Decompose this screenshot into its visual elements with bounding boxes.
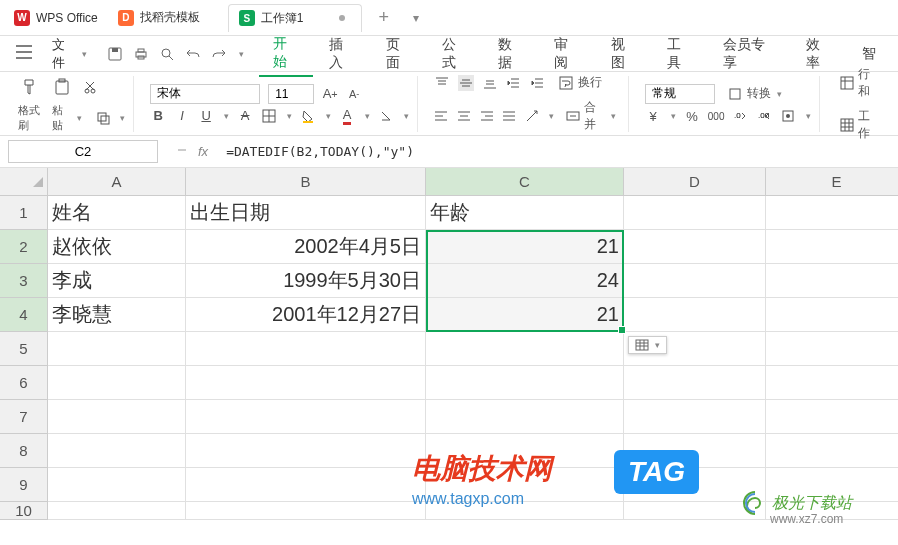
cancel-formula-icon[interactable] — [176, 144, 188, 159]
tab-formula[interactable]: 公式 — [428, 32, 482, 76]
font-size-select[interactable] — [268, 84, 314, 104]
tab-start[interactable]: 开始 — [259, 31, 313, 77]
cut-icon[interactable] — [82, 79, 98, 95]
copy-icon[interactable] — [96, 110, 110, 126]
cell-D2[interactable] — [624, 230, 766, 264]
cell-C7[interactable] — [426, 400, 624, 434]
bold-icon[interactable]: B — [150, 108, 166, 124]
border-icon[interactable] — [261, 108, 277, 124]
quick-access-dropdown[interactable]: ▾ — [239, 49, 244, 59]
col-header-D[interactable]: D — [624, 168, 766, 196]
cell-A1[interactable]: 姓名 — [48, 196, 186, 230]
cell-E1[interactable] — [766, 196, 898, 230]
cell-A3[interactable]: 李成 — [48, 264, 186, 298]
cell-E6[interactable] — [766, 366, 898, 400]
workbook-tab[interactable]: S 工作簿1 — [228, 4, 363, 32]
worksheet-button[interactable]: 工作 — [836, 106, 880, 144]
paste-button[interactable] — [50, 75, 74, 99]
col-header-A[interactable]: A — [48, 168, 186, 196]
tab-list-dropdown[interactable]: ▾ — [405, 11, 427, 25]
underline-icon[interactable]: U — [198, 108, 214, 124]
cell-A4[interactable]: 李晓慧 — [48, 298, 186, 332]
tab-review[interactable]: 审阅 — [540, 32, 594, 76]
print-icon[interactable] — [133, 46, 149, 62]
row-header-9[interactable]: 9 — [0, 468, 48, 502]
cell-B2[interactable]: 2002年4月5日 — [186, 230, 426, 264]
new-tab-button[interactable]: + — [370, 7, 397, 28]
cell-A10[interactable] — [48, 502, 186, 520]
align-bottom-icon[interactable] — [482, 75, 498, 91]
cell-B6[interactable] — [186, 366, 426, 400]
orientation-icon[interactable] — [524, 108, 539, 124]
cell-E3[interactable] — [766, 264, 898, 298]
align-middle-icon[interactable] — [458, 75, 474, 91]
currency-icon[interactable]: ¥ — [645, 108, 661, 124]
template-tab[interactable]: D 找稻壳模板 — [108, 4, 210, 32]
preview-icon[interactable] — [159, 46, 175, 62]
align-right-icon[interactable] — [479, 108, 494, 124]
cell-A2[interactable]: 赵依依 — [48, 230, 186, 264]
cell-E7[interactable] — [766, 400, 898, 434]
justify-icon[interactable] — [502, 108, 517, 124]
align-center-icon[interactable] — [457, 108, 472, 124]
cell-B8[interactable] — [186, 434, 426, 468]
tab-page[interactable]: 页面 — [372, 32, 426, 76]
tab-tools[interactable]: 工具 — [653, 32, 707, 76]
cell-D6[interactable] — [624, 366, 766, 400]
cell-C5[interactable] — [426, 332, 624, 366]
number-format-select[interactable] — [645, 84, 715, 104]
row-header-1[interactable]: 1 — [0, 196, 48, 230]
rows-cols-button[interactable]: 行和 — [836, 64, 880, 102]
increase-font-icon[interactable]: A+ — [322, 86, 338, 102]
row-header-2[interactable]: 2 — [0, 230, 48, 264]
row-header-5[interactable]: 5 — [0, 332, 48, 366]
cell-C4[interactable]: 21 — [426, 298, 624, 332]
cell-D4[interactable] — [624, 298, 766, 332]
strikethrough-icon[interactable]: A — [237, 108, 253, 124]
font-name-select[interactable] — [150, 84, 260, 104]
hamburger-menu-button[interactable] — [8, 41, 40, 66]
cell-C6[interactable] — [426, 366, 624, 400]
col-header-E[interactable]: E — [766, 168, 898, 196]
convert-button[interactable]: 转换▾ — [723, 83, 786, 104]
cell-B5[interactable] — [186, 332, 426, 366]
row-header-8[interactable]: 8 — [0, 434, 48, 468]
paste-label[interactable]: 粘贴 — [52, 103, 67, 133]
cell-B1[interactable]: 出生日期 — [186, 196, 426, 230]
cell-E5[interactable] — [766, 332, 898, 366]
app-brand-tab[interactable]: W WPS Office — [4, 4, 108, 32]
name-box[interactable] — [8, 140, 158, 163]
increase-decimal-icon[interactable]: .0 — [732, 108, 748, 124]
col-header-B[interactable]: B — [186, 168, 426, 196]
format-icon[interactable] — [780, 108, 796, 124]
cell-A5[interactable] — [48, 332, 186, 366]
autofill-options-button[interactable]: ▾ — [628, 336, 667, 354]
redo-icon[interactable] — [211, 46, 227, 62]
cell-C3[interactable]: 24 — [426, 264, 624, 298]
cell-A9[interactable] — [48, 468, 186, 502]
tab-view[interactable]: 视图 — [597, 32, 651, 76]
cell-D3[interactable] — [624, 264, 766, 298]
cell-A8[interactable] — [48, 434, 186, 468]
cell-E2[interactable] — [766, 230, 898, 264]
cell-A6[interactable] — [48, 366, 186, 400]
increase-indent-icon[interactable] — [530, 75, 546, 91]
italic-icon[interactable]: I — [174, 108, 190, 124]
undo-icon[interactable] — [185, 46, 201, 62]
cell-B7[interactable] — [186, 400, 426, 434]
tab-insert[interactable]: 插入 — [315, 32, 369, 76]
cell-C2[interactable]: 21 — [426, 230, 624, 264]
file-menu-button[interactable]: 文件 ▾ — [42, 32, 97, 76]
decrease-indent-icon[interactable] — [506, 75, 522, 91]
percent-icon[interactable]: % — [684, 108, 700, 124]
cell-A7[interactable] — [48, 400, 186, 434]
row-header-6[interactable]: 6 — [0, 366, 48, 400]
row-header-7[interactable]: 7 — [0, 400, 48, 434]
format-painter-button[interactable] — [18, 75, 42, 99]
merge-button[interactable]: 合并▾ — [562, 97, 620, 135]
decrease-font-icon[interactable]: A- — [346, 86, 362, 102]
row-header-4[interactable]: 4 — [0, 298, 48, 332]
align-top-icon[interactable] — [434, 75, 450, 91]
cell-D1[interactable] — [624, 196, 766, 230]
cell-B3[interactable]: 1999年5月30日 — [186, 264, 426, 298]
